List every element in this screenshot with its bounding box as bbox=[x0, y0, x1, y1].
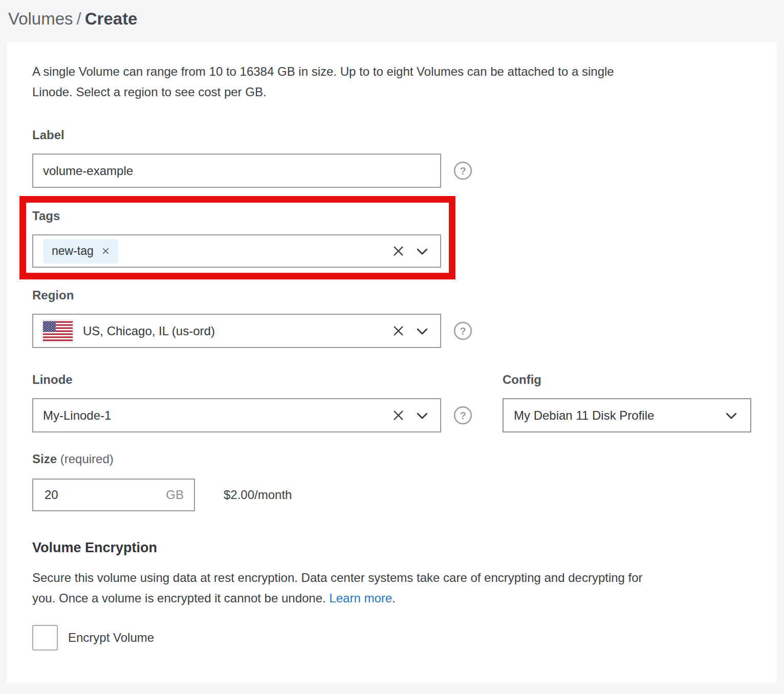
tag-chip: new-tag bbox=[43, 239, 118, 264]
tags-dropdown-button[interactable] bbox=[415, 244, 430, 259]
create-volume-card: A single Volume can range from 10 to 163… bbox=[7, 42, 777, 683]
config-select-value: My Debian 11 Disk Profile bbox=[514, 408, 724, 423]
tags-field-label: Tags bbox=[32, 209, 449, 223]
region-dropdown-button[interactable] bbox=[415, 323, 430, 339]
encrypt-volume-checkbox[interactable] bbox=[32, 625, 58, 650]
linode-input-value: My-Linode-1 bbox=[43, 408, 391, 423]
help-icon[interactable]: ? bbox=[453, 321, 472, 340]
tags-input[interactable]: new-tag bbox=[32, 234, 441, 268]
chevron-down-icon bbox=[415, 244, 430, 259]
clear-x-icon bbox=[391, 408, 405, 422]
chevron-down-icon bbox=[724, 408, 739, 423]
help-icon[interactable]: ? bbox=[453, 161, 472, 180]
breadcrumb-volumes-link[interactable]: Volumes bbox=[8, 8, 73, 30]
intro-text: A single Volume can range from 10 to 163… bbox=[32, 61, 751, 102]
help-icon[interactable]: ? bbox=[453, 406, 472, 425]
link-suffix: . bbox=[392, 591, 396, 605]
svg-text:?: ? bbox=[460, 326, 466, 337]
chevron-down-icon bbox=[415, 408, 430, 423]
clear-x-icon bbox=[391, 324, 405, 338]
region-field-section: Region US, Chicago, IL (us-ord) bbox=[32, 288, 751, 348]
region-input-value: US, Chicago, IL (us-ord) bbox=[83, 324, 391, 338]
config-field-label: Config bbox=[503, 373, 751, 387]
region-input[interactable]: US, Chicago, IL (us-ord) bbox=[32, 314, 441, 348]
volume-encryption-heading: Volume Encryption bbox=[32, 539, 751, 556]
page-title: Create bbox=[85, 8, 138, 30]
size-unit-label: GB bbox=[166, 488, 184, 502]
tag-chip-label: new-tag bbox=[52, 244, 94, 258]
linode-input[interactable]: My-Linode-1 bbox=[32, 398, 441, 432]
breadcrumb-separator: / bbox=[77, 8, 81, 30]
encryption-description-line1: Secure this volume using data at rest en… bbox=[32, 568, 751, 588]
size-input-value: 20 bbox=[45, 488, 166, 502]
breadcrumb: Volumes / Create bbox=[0, 0, 784, 42]
encrypt-volume-row: Encrypt Volume bbox=[32, 625, 751, 650]
clear-x-icon bbox=[391, 244, 405, 258]
svg-text:?: ? bbox=[460, 410, 466, 421]
label-field-section: Label volume-example ? bbox=[32, 128, 751, 188]
size-input[interactable]: 20 GB bbox=[32, 479, 195, 511]
label-input-value: volume-example bbox=[43, 164, 430, 178]
tags-clear-button[interactable] bbox=[391, 244, 405, 258]
config-select[interactable]: My Debian 11 Disk Profile bbox=[503, 398, 751, 432]
linode-field-section: Linode My-Linode-1 ? bbox=[32, 373, 503, 432]
learn-more-link[interactable]: Learn more bbox=[329, 591, 392, 605]
linode-clear-button[interactable] bbox=[391, 408, 405, 422]
linode-field-label: Linode bbox=[32, 373, 503, 387]
label-input[interactable]: volume-example bbox=[32, 154, 441, 188]
size-price-text: $2.00/month bbox=[224, 488, 292, 502]
chevron-down-icon bbox=[415, 323, 430, 339]
encryption-description-line2: you. Once a volume is encrypted it canno… bbox=[32, 591, 329, 605]
label-field-label: Label bbox=[32, 128, 751, 142]
size-required-note: (required) bbox=[60, 452, 114, 466]
region-field-label: Region bbox=[32, 288, 751, 302]
volume-encryption-description: Secure this volume using data at rest en… bbox=[32, 568, 751, 609]
tag-delete-icon[interactable] bbox=[101, 246, 111, 256]
encrypt-volume-label: Encrypt Volume bbox=[68, 631, 154, 645]
svg-text:?: ? bbox=[460, 165, 466, 177]
linode-config-row: Linode My-Linode-1 ? bbox=[32, 373, 751, 432]
size-field-label: Size bbox=[32, 452, 57, 466]
region-clear-button[interactable] bbox=[391, 324, 405, 338]
linode-dropdown-button[interactable] bbox=[415, 408, 430, 423]
us-flag-icon bbox=[43, 321, 73, 341]
config-field-section: Config My Debian 11 Disk Profile bbox=[503, 373, 751, 432]
annotation-highlight-box: Tags new-tag bbox=[19, 196, 455, 279]
size-field-section: Size (required) 20 GB $2.00/month bbox=[32, 452, 751, 511]
